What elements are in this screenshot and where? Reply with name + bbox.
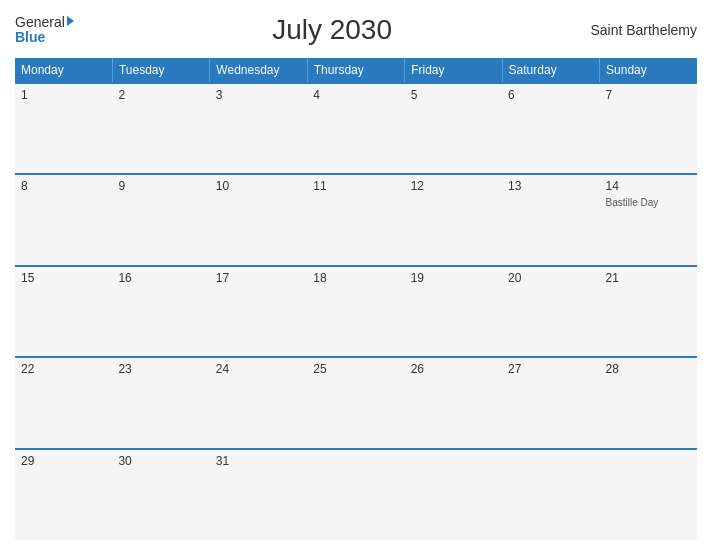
day-number: 20 xyxy=(508,271,593,285)
weekday-header-tuesday: Tuesday xyxy=(112,58,209,83)
calendar-cell: 25 xyxy=(307,357,404,448)
weekday-header-row: MondayTuesdayWednesdayThursdayFridaySatu… xyxy=(15,58,697,83)
calendar-cell: 30 xyxy=(112,449,209,540)
day-number: 4 xyxy=(313,88,398,102)
calendar-cell: 14Bastille Day xyxy=(600,174,697,265)
calendar-cell: 9 xyxy=(112,174,209,265)
day-number: 9 xyxy=(118,179,203,193)
day-number: 14 xyxy=(606,179,691,193)
weekday-header-thursday: Thursday xyxy=(307,58,404,83)
logo: General Blue xyxy=(15,15,74,46)
calendar-cell: 20 xyxy=(502,266,599,357)
calendar-cell: 4 xyxy=(307,83,404,174)
day-number: 12 xyxy=(411,179,496,193)
calendar-cell: 2 xyxy=(112,83,209,174)
calendar-cell: 12 xyxy=(405,174,502,265)
calendar-cell: 18 xyxy=(307,266,404,357)
day-number: 15 xyxy=(21,271,106,285)
day-number: 21 xyxy=(606,271,691,285)
calendar-cell xyxy=(502,449,599,540)
calendar-cell: 15 xyxy=(15,266,112,357)
calendar-cell: 29 xyxy=(15,449,112,540)
calendar-cell: 6 xyxy=(502,83,599,174)
calendar-cell: 11 xyxy=(307,174,404,265)
logo-blue-text: Blue xyxy=(15,30,45,45)
calendar-week-row: 293031 xyxy=(15,449,697,540)
calendar-region: Saint Barthelemy xyxy=(590,22,697,38)
calendar-cell: 31 xyxy=(210,449,307,540)
calendar-week-row: 1234567 xyxy=(15,83,697,174)
day-number: 25 xyxy=(313,362,398,376)
calendar-cell: 5 xyxy=(405,83,502,174)
calendar-cell: 21 xyxy=(600,266,697,357)
logo-general-text: General xyxy=(15,15,65,30)
calendar-cell: 1 xyxy=(15,83,112,174)
calendar-cell: 16 xyxy=(112,266,209,357)
day-number: 28 xyxy=(606,362,691,376)
calendar-cell: 10 xyxy=(210,174,307,265)
logo-triangle-icon xyxy=(67,16,74,26)
calendar-cell: 19 xyxy=(405,266,502,357)
event-label: Bastille Day xyxy=(606,196,691,209)
day-number: 30 xyxy=(118,454,203,468)
calendar-cell: 24 xyxy=(210,357,307,448)
calendar-cell xyxy=(307,449,404,540)
day-number: 2 xyxy=(118,88,203,102)
day-number: 27 xyxy=(508,362,593,376)
weekday-header-friday: Friday xyxy=(405,58,502,83)
weekday-header-saturday: Saturday xyxy=(502,58,599,83)
calendar-cell: 3 xyxy=(210,83,307,174)
day-number: 13 xyxy=(508,179,593,193)
calendar-cell: 22 xyxy=(15,357,112,448)
calendar-container: General Blue July 2030 Saint Barthelemy … xyxy=(0,0,712,550)
calendar-body: 1234567891011121314Bastille Day151617181… xyxy=(15,83,697,540)
day-number: 22 xyxy=(21,362,106,376)
weekday-header-sunday: Sunday xyxy=(600,58,697,83)
weekday-header-wednesday: Wednesday xyxy=(210,58,307,83)
calendar-cell: 8 xyxy=(15,174,112,265)
day-number: 24 xyxy=(216,362,301,376)
day-number: 26 xyxy=(411,362,496,376)
calendar-cell: 27 xyxy=(502,357,599,448)
day-number: 16 xyxy=(118,271,203,285)
calendar-cell: 26 xyxy=(405,357,502,448)
calendar-cell: 23 xyxy=(112,357,209,448)
calendar-week-row: 22232425262728 xyxy=(15,357,697,448)
weekday-header-monday: Monday xyxy=(15,58,112,83)
day-number: 19 xyxy=(411,271,496,285)
calendar-cell xyxy=(405,449,502,540)
day-number: 23 xyxy=(118,362,203,376)
day-number: 5 xyxy=(411,88,496,102)
calendar-week-row: 15161718192021 xyxy=(15,266,697,357)
calendar-header: General Blue July 2030 Saint Barthelemy xyxy=(15,10,697,50)
calendar-title: July 2030 xyxy=(74,14,591,46)
day-number: 11 xyxy=(313,179,398,193)
calendar-cell: 28 xyxy=(600,357,697,448)
calendar-cell: 13 xyxy=(502,174,599,265)
calendar-cell: 7 xyxy=(600,83,697,174)
day-number: 17 xyxy=(216,271,301,285)
day-number: 1 xyxy=(21,88,106,102)
calendar-cell xyxy=(600,449,697,540)
day-number: 3 xyxy=(216,88,301,102)
calendar-table: MondayTuesdayWednesdayThursdayFridaySatu… xyxy=(15,58,697,540)
day-number: 8 xyxy=(21,179,106,193)
day-number: 18 xyxy=(313,271,398,285)
calendar-cell: 17 xyxy=(210,266,307,357)
day-number: 6 xyxy=(508,88,593,102)
day-number: 29 xyxy=(21,454,106,468)
day-number: 7 xyxy=(606,88,691,102)
day-number: 10 xyxy=(216,179,301,193)
day-number: 31 xyxy=(216,454,301,468)
calendar-week-row: 891011121314Bastille Day xyxy=(15,174,697,265)
